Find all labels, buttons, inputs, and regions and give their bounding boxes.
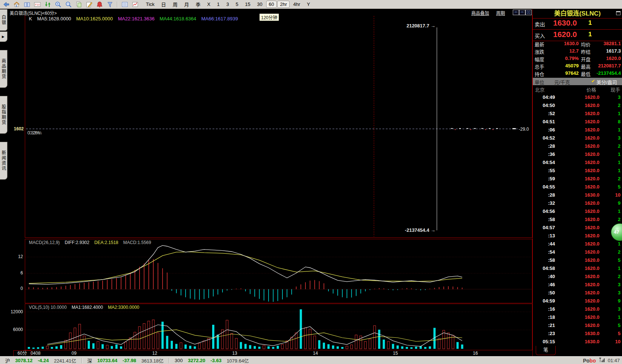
tape-row: :161620.03 bbox=[533, 305, 622, 313]
macd-canvas bbox=[25, 239, 532, 303]
tape-row: :521620.01 bbox=[533, 110, 622, 118]
x-tick-13: 13 bbox=[232, 351, 237, 356]
tape-row: :441620.01 bbox=[533, 240, 622, 248]
volume-canvas bbox=[25, 304, 532, 350]
period-button-4hr[interactable]: 4hr bbox=[290, 1, 303, 7]
macd-ytick-12: 12 bbox=[15, 254, 23, 259]
tape-row: 04:551620.05 bbox=[533, 183, 622, 191]
period-button-Tick[interactable]: Tick bbox=[143, 1, 157, 7]
period-button-季[interactable]: 季 bbox=[193, 0, 203, 8]
vol-label: VOL(5,10) 10.0000 bbox=[29, 305, 67, 310]
period-button-3[interactable]: 3 bbox=[223, 1, 232, 7]
tape-row: :401620.02 bbox=[533, 273, 622, 281]
period-button-日[interactable]: 日 bbox=[158, 0, 169, 8]
x-tick-15: 15 bbox=[393, 351, 398, 356]
volume-panel[interactable]: VOL(5,10) 10.0000 MA1:1682.4000 MA2:3300… bbox=[25, 304, 532, 350]
tape-row: :541620.02 bbox=[533, 248, 622, 256]
tape-row: 04:561620.01 bbox=[533, 207, 622, 216]
macd-ytick-6: 6 bbox=[15, 270, 23, 275]
left-tab-2[interactable]: 商品期货 bbox=[0, 50, 7, 88]
quote-panel: 美白银连(SLNC) 卖出 1630.0 1 买入 1620.0 1 最新163… bbox=[532, 9, 622, 356]
overlay-link[interactable]: 商品叠加 bbox=[471, 10, 489, 16]
restore-window-icon[interactable] bbox=[616, 11, 621, 15]
svg-text:-29.0: -29.0 bbox=[519, 127, 529, 132]
macd-diff-value: DIFF:2.9302 bbox=[65, 240, 90, 245]
vol-ma1-value: MA1:1682.4000 bbox=[71, 305, 103, 310]
tape-row: 04:591620.09 bbox=[533, 297, 622, 305]
pane-split-button[interactable]: ▯▯ bbox=[525, 10, 532, 15]
period-button-周[interactable]: 周 bbox=[170, 0, 180, 8]
macd-dea-value: DEA:2.1518 bbox=[94, 240, 118, 245]
quote-grid: 最新1630.0均价38281.1涨跌12.7昨结1617.3幅度0.79%开盘… bbox=[533, 41, 622, 78]
left-tab-strip: 白银▶商品期货股指期货新闻资讯 bbox=[0, 9, 8, 357]
main-pct-garbled-label: 0.33% 0.29% bbox=[27, 130, 40, 136]
pane-left-button[interactable]: ⇦ bbox=[513, 10, 519, 15]
tape-row: 04:571620.0 bbox=[533, 224, 622, 232]
unit-label: 单位 bbox=[535, 79, 544, 86]
pane-right-button[interactable]: ⇨ bbox=[519, 10, 525, 15]
tape-row: :061620.01 bbox=[533, 126, 622, 134]
tape-col-time: 北京 bbox=[535, 86, 545, 93]
k-label: K bbox=[29, 16, 32, 21]
period-button-X[interactable]: X bbox=[204, 1, 213, 7]
period-button-15[interactable]: 15 bbox=[242, 1, 253, 7]
svg-text:F10: F10 bbox=[35, 3, 40, 6]
tape-col-price: 价格 bbox=[586, 86, 596, 93]
tape-row: 04:541620.01 bbox=[533, 158, 622, 167]
toolbar: F10 Tick日周月季X1351530602hr4hrY bbox=[0, 0, 622, 9]
macd-panel[interactable]: MACD(26,12,9) DIFF:2.9302 DEA:2.1518 MAC… bbox=[25, 239, 532, 303]
alarm-icon[interactable] bbox=[96, 1, 104, 8]
index-quote-300: 3003272.20-3.631079.64亿 bbox=[170, 357, 254, 364]
copy-icon[interactable] bbox=[75, 1, 83, 8]
left-tab-3[interactable]: 股指期货 bbox=[0, 96, 7, 134]
toolbar-separator bbox=[117, 1, 118, 7]
period-button-5[interactable]: 5 bbox=[233, 1, 241, 7]
edit-icon[interactable] bbox=[85, 1, 93, 8]
vol-ytick-12000: 12000 bbox=[8, 309, 23, 314]
ma-indicator-line: K MA5:1628.0000 MA10:1625.0000 MA22:1621… bbox=[29, 16, 242, 21]
left-tab-1[interactable]: 白银 bbox=[0, 9, 7, 31]
tape-tab-bi[interactable]: 笔 bbox=[536, 346, 556, 355]
f10-icon[interactable]: F10 bbox=[33, 1, 41, 8]
chart-icon[interactable] bbox=[131, 1, 139, 8]
tape-row: 05:151630.010 bbox=[533, 338, 622, 346]
back-icon[interactable] bbox=[2, 1, 10, 8]
signal-icon bbox=[599, 357, 605, 364]
home-icon[interactable] bbox=[13, 1, 21, 8]
period-button-Y[interactable]: Y bbox=[304, 1, 313, 7]
ask-qty: 1 bbox=[588, 19, 592, 27]
quote-grid-row: 总手45079最高2120817.7 bbox=[533, 63, 622, 70]
zoom-in-icon[interactable] bbox=[54, 1, 62, 8]
left-tab-4[interactable]: 新闻资讯 bbox=[0, 142, 7, 180]
bid-qty: 1 bbox=[588, 31, 592, 38]
status-bar: 沪3078.12-4.242241.41亿深10733.64-37.983613… bbox=[0, 356, 622, 364]
tab-scroll-arrow-icon[interactable]: ▶ bbox=[0, 31, 7, 42]
period-button-60[interactable]: 60 bbox=[266, 1, 277, 8]
tape-row: 04:581620.01 bbox=[533, 264, 622, 273]
zoom-out-icon[interactable] bbox=[64, 1, 73, 8]
period-link[interactable]: 周期 bbox=[496, 10, 505, 16]
macd-value: MACD:1.5569 bbox=[123, 240, 151, 245]
period-button-月[interactable]: 月 bbox=[181, 0, 192, 8]
quote-grid-row: 持仓97642最低-2137454.4 bbox=[533, 70, 622, 78]
period-button-2hr[interactable]: 2hr bbox=[277, 1, 290, 8]
unit-usd[interactable]: 美分/盎司 bbox=[596, 79, 617, 86]
vol-indicator-line: VOL(5,10) 10.0000 MA1:1682.4000 MA2:3300… bbox=[29, 305, 143, 310]
period-button-1[interactable]: 1 bbox=[214, 1, 223, 7]
quote-list-icon[interactable] bbox=[121, 1, 129, 8]
main-chart-panel[interactable]: K MA5:1628.0000 MA10:1625.0000 MA22:1621… bbox=[25, 15, 532, 238]
filter-icon[interactable] bbox=[106, 1, 114, 8]
tape-row: :361620.01 bbox=[533, 150, 622, 158]
time-and-sales-list[interactable]: 04:491620.0304:501620.02:521620.0104:511… bbox=[533, 93, 622, 346]
unit-check-icon[interactable]: ✔ bbox=[591, 79, 595, 84]
period-button-30[interactable]: 30 bbox=[254, 1, 265, 7]
period-tooltip: 120分钟 bbox=[259, 13, 279, 21]
trading-app-window: F10 Tick日周月季X1351530602hr4hrY 120分钟 白银▶商… bbox=[0, 0, 622, 364]
main-y-price-label: 1602 bbox=[10, 126, 24, 131]
refresh-icon[interactable] bbox=[44, 1, 52, 8]
period-tag[interactable]: 60分 bbox=[13, 350, 31, 357]
tape-header: 北京 价格 现手 bbox=[533, 86, 622, 93]
tape-row: :181620.01 bbox=[533, 313, 622, 321]
tape-row: :281630.010 bbox=[533, 191, 622, 199]
book-icon[interactable] bbox=[23, 1, 31, 8]
